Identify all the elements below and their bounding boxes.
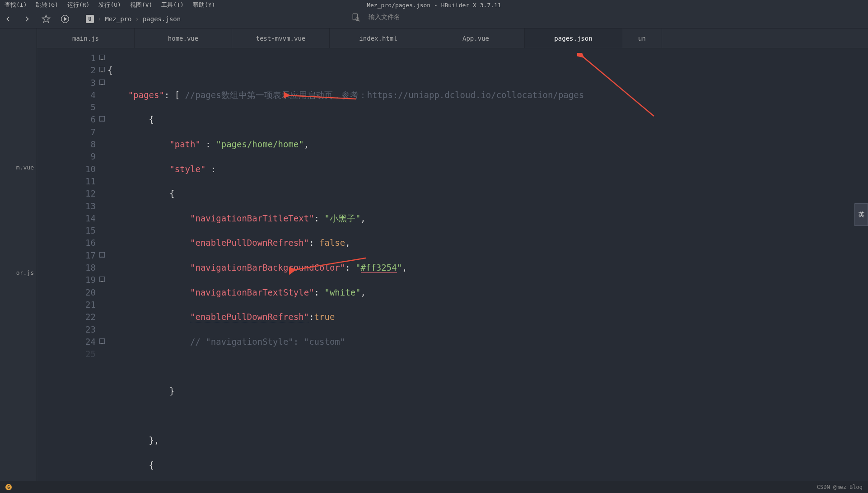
- menu-publish[interactable]: 发行(U): [96, 1, 123, 9]
- code-lines[interactable]: { "pages": [ //pages数组中第一项表示应用启动页，参考：htt…: [107, 48, 868, 481]
- watermark-text: CSDN @mez_Blog: [817, 484, 863, 490]
- forward-icon[interactable]: [21, 13, 33, 25]
- menu-help[interactable]: 帮助(Y): [190, 1, 218, 9]
- tab-app-vue[interactable]: App.vue: [427, 28, 525, 48]
- fold-icon[interactable]: [99, 252, 105, 258]
- breadcrumb: U › Mez_pro › pages.json: [86, 15, 181, 23]
- main-area: m.vue or.js main.js home.vue test-mvvm.v…: [0, 28, 868, 481]
- ime-badge[interactable]: 英: [854, 203, 868, 226]
- svg-marker-2: [64, 18, 66, 21]
- breadcrumb-project[interactable]: Mez_pro: [105, 15, 131, 23]
- menu-bar: 查找(I) 跳转(G) 运行(R) 发行(U) 视图(V) 工具(T) 帮助(Y…: [0, 0, 868, 10]
- chevron-right-icon: ›: [98, 15, 101, 23]
- svg-marker-0: [42, 15, 50, 23]
- tab-main-js[interactable]: main.js: [37, 28, 135, 48]
- fold-icon[interactable]: [99, 67, 105, 72]
- code-editor[interactable]: 1 2 3 45 6 78910 11121314 1516 17 18 19 …: [37, 48, 868, 481]
- uni-badge-icon: U: [86, 15, 94, 23]
- run-circle-icon[interactable]: [59, 13, 71, 25]
- chevron-right-icon: ›: [135, 15, 139, 23]
- svg-rect-3: [353, 14, 357, 20]
- tab-index-html[interactable]: index.html: [330, 28, 427, 48]
- fold-icon[interactable]: [99, 338, 105, 344]
- favorite-icon[interactable]: [40, 13, 52, 25]
- line-gutter: 1 2 3 45 6 78910 11121314 1516 17 18 19 …: [37, 48, 107, 481]
- fold-icon[interactable]: [99, 116, 105, 122]
- fold-icon[interactable]: [99, 80, 105, 85]
- search-placeholder: 输入文件名: [369, 13, 400, 21]
- menu-run[interactable]: 运行(R): [65, 1, 92, 9]
- tab-overflow[interactable]: un: [622, 28, 662, 48]
- tab-test-mvvm[interactable]: test-mvvm.vue: [232, 28, 330, 48]
- menu-goto[interactable]: 跳转(G): [33, 1, 61, 9]
- tab-home-vue[interactable]: home.vue: [135, 28, 232, 48]
- search-file-icon: [351, 13, 360, 22]
- file-search[interactable]: 输入文件名: [351, 13, 400, 22]
- tab-bar: main.js home.vue test-mvvm.vue index.htm…: [37, 28, 868, 48]
- sidebar-item[interactable]: m.vue: [0, 162, 37, 173]
- breadcrumb-file[interactable]: pages.json: [143, 15, 181, 23]
- menu-find[interactable]: 查找(I): [2, 1, 29, 9]
- fold-icon[interactable]: [99, 55, 105, 60]
- tab-pages-json[interactable]: pages.json: [525, 28, 622, 48]
- status-dot-icon[interactable]: 6: [5, 484, 12, 490]
- editor-pane: main.js home.vue test-mvvm.vue index.htm…: [37, 28, 868, 481]
- svg-line-5: [359, 20, 360, 22]
- status-bar: 6 CSDN @mez_Blog: [0, 481, 868, 493]
- menu-view[interactable]: 视图(V): [127, 1, 155, 9]
- toolbar: U › Mez_pro › pages.json 输入文件名: [0, 10, 868, 28]
- fold-icon[interactable]: [99, 277, 105, 282]
- sidebar: m.vue or.js: [0, 28, 37, 481]
- back-icon[interactable]: [2, 13, 14, 25]
- menu-tool[interactable]: 工具(T): [159, 1, 186, 9]
- sidebar-item[interactable]: or.js: [0, 268, 37, 278]
